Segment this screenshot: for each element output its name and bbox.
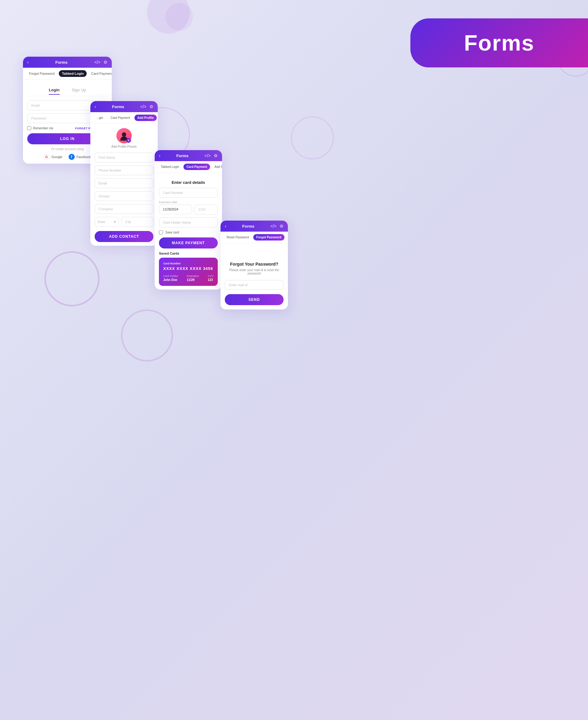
- groups-input[interactable]: [94, 191, 153, 201]
- payment-code-icon[interactable]: </>: [205, 153, 211, 158]
- forgot-body: Forgot Your Password? Please enter your …: [220, 243, 288, 309]
- card-payment: ‹ Forms </> ⚙ Tabbed Login Card Payment …: [155, 150, 222, 290]
- login-subtabs: Login Sign Up: [27, 83, 107, 96]
- tab-payment-tabbed-login[interactable]: Tabbed Login: [158, 164, 182, 170]
- card-add-profile: ‹ Forms </> ⚙ ...gin Card Payment Add Pr…: [90, 101, 158, 246]
- avatar-label: Add Profile Picture: [111, 145, 137, 148]
- phone-row: [94, 165, 153, 175]
- profile-body: State ▼ ADD CONTACT: [90, 151, 158, 246]
- send-button[interactable]: SEND: [225, 294, 284, 305]
- tab-tabbed-login[interactable]: Tabbed Login: [59, 70, 87, 77]
- card-number-row: [159, 188, 218, 198]
- groups-row: [94, 191, 153, 201]
- phone-input[interactable]: [94, 165, 153, 175]
- company-input[interactable]: [94, 204, 153, 214]
- expiration-label: Expiration date: [159, 201, 192, 204]
- forgot-tab-bar: Reset Password Forgot Password Tabbed Lo…: [220, 232, 288, 243]
- card-holder-row: [159, 218, 218, 227]
- cc-expiration-section: Expiration 11/29: [187, 274, 199, 282]
- send-wrapper: SEND: [225, 294, 284, 305]
- save-card-checkbox[interactable]: [159, 230, 163, 234]
- cc-cvv-value: 123: [208, 278, 213, 282]
- cc-cvv-label: CVV: [208, 274, 213, 277]
- forgot-back-icon[interactable]: ‹: [225, 224, 226, 229]
- forms-banner: Forms: [411, 18, 588, 67]
- cc-holder-label: Card Holder: [163, 274, 178, 277]
- tab-profile-card-payment[interactable]: Card Payment: [107, 115, 133, 121]
- payment-header-icons: </> ⚙: [205, 153, 218, 158]
- state-select[interactable]: State: [94, 217, 119, 227]
- deco-circle-5: [44, 251, 100, 306]
- cc-expiration-label: Expiration: [187, 274, 199, 277]
- remember-checkbox[interactable]: [27, 126, 31, 130]
- make-payment-button[interactable]: Make Payment: [159, 238, 218, 248]
- tab-payment-add-profile[interactable]: Add Profile: [211, 164, 222, 170]
- tab-card-payment[interactable]: Card Payment: [88, 70, 112, 77]
- code-icon[interactable]: </>: [94, 60, 101, 65]
- svg-point-0: [122, 132, 126, 137]
- payment-tab-bar: Tabbed Login Card Payment Add Profile: [155, 161, 222, 173]
- avatar-wrapper[interactable]: +: [117, 128, 132, 143]
- tab-forgot-tabbed-login[interactable]: Tabbed Login: [286, 234, 288, 241]
- profile-email-input[interactable]: [94, 178, 153, 188]
- profile-settings-icon[interactable]: ⚙: [149, 104, 153, 109]
- tab-reset-password[interactable]: Reset Password: [224, 234, 252, 241]
- login-tab-login[interactable]: Login: [49, 88, 59, 95]
- expiration-input[interactable]: [159, 205, 192, 214]
- exp-cvv-row: Expiration date: [159, 201, 218, 214]
- card-forgot-password: ‹ Forms </> ⚙ Reset Password Forgot Pass…: [220, 221, 288, 309]
- state-wrapper: State ▼: [94, 217, 119, 227]
- cc-holder-section: Card Holder John Doe: [163, 274, 178, 282]
- first-name-input[interactable]: [94, 152, 153, 162]
- header-icons: </> ⚙: [94, 60, 107, 65]
- profile-back-icon[interactable]: ‹: [94, 104, 96, 109]
- profile-code-icon[interactable]: </>: [140, 104, 146, 109]
- deco-circle-3: [291, 117, 334, 159]
- state-city-row: State ▼: [94, 217, 153, 227]
- profile-card-header: ‹ Forms </> ⚙: [90, 101, 158, 112]
- forgot-settings-icon[interactable]: ⚙: [280, 224, 284, 229]
- card-holder-input[interactable]: [159, 218, 218, 227]
- tab-forgot-password[interactable]: Forgot Password: [26, 70, 58, 77]
- tab-add-profile[interactable]: Add Profile: [134, 115, 157, 121]
- profile-header-icons: </> ⚙: [140, 104, 153, 109]
- tab-forgot-password-active[interactable]: Forgot Password: [253, 234, 285, 241]
- forgot-email-row: [225, 280, 284, 290]
- deco-circle-7: [165, 3, 193, 30]
- save-card-row: Save card: [159, 230, 218, 234]
- cc-cvv-section: CVV 123: [208, 274, 213, 282]
- facebook-icon: f: [69, 154, 75, 160]
- back-icon[interactable]: ‹: [27, 60, 29, 65]
- expiration-wrapper: Expiration date: [159, 201, 192, 214]
- facebook-login-button[interactable]: f Facebook: [69, 154, 91, 160]
- tab-payment-card-payment[interactable]: Card Payment: [184, 164, 210, 170]
- payment-card-header: ‹ Forms </> ⚙: [155, 150, 222, 161]
- add-contact-button[interactable]: ADD CONTACT: [94, 231, 153, 242]
- google-icon: G: [43, 154, 49, 160]
- cvv-label-space: [194, 201, 218, 204]
- tab-profile-login[interactable]: ...gin: [93, 115, 106, 121]
- avatar-section: + Add Profile Picture: [90, 124, 158, 151]
- cc-expiration-value: 11/29: [187, 278, 199, 282]
- settings-icon[interactable]: ⚙: [104, 60, 107, 65]
- city-input[interactable]: [121, 217, 153, 227]
- forgot-card-header: ‹ Forms </> ⚙: [220, 221, 288, 232]
- payment-back-icon[interactable]: ‹: [159, 153, 161, 158]
- cvv-input[interactable]: [194, 205, 218, 214]
- forgot-email-input[interactable]: [225, 280, 284, 290]
- forgot-spacer: [225, 249, 284, 262]
- cc-number: XXXX XXXX XXXX 3456: [163, 266, 213, 271]
- login-tab-signup[interactable]: Sign Up: [72, 88, 86, 95]
- google-login-button[interactable]: G Google: [43, 154, 62, 160]
- forgot-header-title: Forms: [242, 224, 254, 229]
- cc-holder-value: John Doe: [163, 278, 178, 282]
- payment-body: Enter card details Expiration date Save …: [155, 173, 222, 290]
- company-row: [94, 204, 153, 214]
- deco-circle-1: [147, 0, 190, 34]
- remember-label: Remember me: [27, 126, 53, 130]
- saved-cards-title: Saved Cards: [159, 251, 218, 255]
- payment-settings-icon[interactable]: ⚙: [214, 153, 218, 158]
- forgot-code-icon[interactable]: </>: [270, 224, 276, 229]
- card-number-input[interactable]: [159, 188, 218, 198]
- first-name-row: [94, 152, 153, 162]
